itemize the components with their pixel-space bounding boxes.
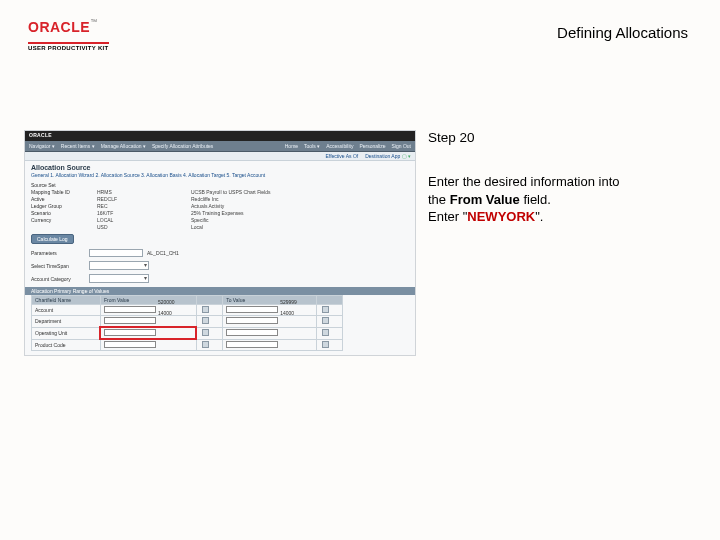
account-category-label: Account Category: [31, 276, 85, 282]
section-title: Allocation Source: [25, 161, 415, 171]
app-sub-bar: Effective As Of Destination App ▢ ▾: [25, 152, 415, 161]
calculate-button: Calculate Log: [31, 234, 74, 244]
nav-item: Navigator ▾: [29, 143, 55, 149]
tm-mark: ™: [90, 18, 97, 25]
nav-item: Manage Allocation ▾: [101, 143, 146, 149]
parameters-value: AL_DC1_CH1: [147, 250, 179, 256]
subbrand-text: USER PRODUCTIVITY KIT: [28, 42, 109, 51]
step-label: Step 20: [428, 130, 690, 145]
oracle-logo: ORACLE™ USER PRODUCTIVITY KIT: [28, 18, 109, 54]
to-value-input: [226, 317, 278, 324]
nav-item: Accessibility: [326, 143, 353, 149]
nav-item: Specify Allocation Attributes: [152, 143, 213, 149]
embedded-screenshot: ORACLE Navigator ▾ Recent Items ▾ Manage…: [24, 130, 416, 360]
parameters-input: [89, 249, 143, 257]
to-value-input: [226, 329, 278, 336]
col-chartfield: Chartfield Name: [32, 296, 101, 305]
col-from-lookup: [196, 296, 222, 305]
lookup-icon: [202, 329, 209, 336]
wizard-crumbs: General 1. Allocation Wizard 2. Allocati…: [25, 171, 415, 181]
col-to-lookup: [317, 296, 343, 305]
from-value-input: [104, 329, 156, 336]
to-value-input: [226, 341, 278, 348]
from-value-input: [104, 317, 156, 324]
from-value-highlighted: [100, 327, 196, 339]
table-row: Operating Unit: [32, 327, 343, 339]
subbar-left: Effective As Of: [326, 153, 359, 159]
nav-item: Home: [285, 143, 298, 149]
lookup-icon: [202, 341, 209, 348]
kv-grid: Source Set Mapping Table IDHRMSUCSB Payr…: [25, 181, 415, 231]
subbar-right: Destination App: [365, 153, 400, 159]
range-grid: Chartfield Name From Value To Value Acco…: [31, 295, 343, 351]
lookup-icon: [202, 306, 209, 313]
nav-item: Recent Items ▾: [61, 143, 95, 149]
lookup-icon: [322, 306, 329, 313]
lookup-icon: [202, 317, 209, 324]
app-nav-bar: Navigator ▾ Recent Items ▾ Manage Alloca…: [25, 141, 415, 152]
page-title: Defining Allocations: [557, 24, 688, 41]
lookup-icon: [322, 317, 329, 324]
table-row: Account 520000 529999: [32, 305, 343, 316]
nav-item: Tools ▾: [304, 143, 320, 149]
timespan-label: Select TimeSpan: [31, 263, 85, 269]
to-value-input: [226, 306, 278, 313]
nav-item: Sign Out: [392, 143, 411, 149]
timespan-select: [89, 261, 149, 270]
field-name-bold: From Value: [450, 192, 520, 207]
col-to-value: To Value: [223, 296, 317, 305]
account-category-select: [89, 274, 149, 283]
lookup-icon: [322, 341, 329, 348]
brand-text: ORACLE: [28, 19, 90, 35]
from-value-input: [104, 306, 156, 313]
parameters-label: Parameters: [31, 250, 85, 256]
entry-value-highlight: NEWYORK: [467, 209, 535, 224]
from-value-input: [104, 341, 156, 348]
app-brand-bar: ORACLE: [25, 131, 415, 141]
table-row: Product Code: [32, 339, 343, 351]
nav-item: Personalize: [359, 143, 385, 149]
col-from-value: From Value: [100, 296, 196, 305]
instruction-text: Enter the desired information into the F…: [428, 173, 690, 226]
lookup-icon: [322, 329, 329, 336]
range-stripe: Allocation Primary Range of Values: [25, 287, 415, 295]
table-row: Department 14000 14000: [32, 316, 343, 328]
